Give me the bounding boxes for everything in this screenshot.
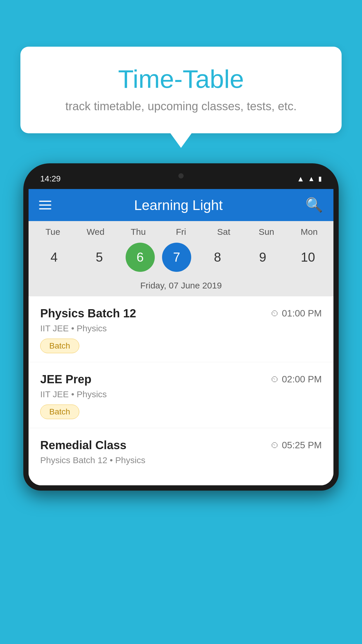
- class-header-1: Physics Batch 12 ⏲ 01:00 PM: [40, 307, 322, 320]
- selected-date: Friday, 07 June 2019: [29, 278, 333, 296]
- app-bar: Learning Light 🔍: [29, 189, 333, 221]
- battery-icon: ▮: [318, 175, 322, 183]
- batch-badge-1: Batch: [40, 339, 79, 353]
- day-label-fri: Fri: [162, 227, 200, 237]
- day-5[interactable]: 5: [80, 243, 118, 272]
- wifi-icon: ▲: [297, 174, 305, 183]
- day-7-selected[interactable]: 7: [162, 243, 191, 272]
- class-item-3[interactable]: Remedial Class ⏲ 05:25 PM Physics Batch …: [29, 428, 333, 485]
- day-numbers: 4 5 6 7 8 9 10: [29, 240, 333, 278]
- notch: [164, 169, 198, 183]
- phone-screen: Learning Light 🔍 Tue Wed Thu Fri Sat Sun…: [29, 189, 333, 485]
- class-item-2[interactable]: JEE Prep ⏲ 02:00 PM IIT JEE • Physics Ba…: [29, 362, 333, 428]
- calendar-strip: Tue Wed Thu Fri Sat Sun Mon 4 5 6 7 8 9 …: [29, 221, 333, 296]
- search-icon[interactable]: 🔍: [305, 197, 323, 213]
- app-title: Learning Light: [134, 197, 223, 213]
- status-time: 14:29: [40, 174, 61, 183]
- day-label-thu: Thu: [119, 227, 157, 237]
- class-meta-2: IIT JEE • Physics: [40, 389, 322, 399]
- bubble-title: Time-Table: [41, 64, 321, 94]
- class-header-3: Remedial Class ⏲ 05:25 PM: [40, 439, 322, 452]
- signal-icon: ▲: [308, 175, 315, 183]
- class-time-1: ⏲ 01:00 PM: [271, 308, 322, 319]
- day-4[interactable]: 4: [35, 243, 73, 272]
- phone-outer: 14:29 ▲ ▲ ▮ Learning Light 🔍: [23, 163, 339, 491]
- day-6-today[interactable]: 6: [126, 243, 155, 272]
- class-time-3: ⏲ 05:25 PM: [271, 440, 322, 451]
- class-meta-1: IIT JEE • Physics: [40, 323, 322, 333]
- class-list: Physics Batch 12 ⏲ 01:00 PM IIT JEE • Ph…: [29, 296, 333, 485]
- class-name-1: Physics Batch 12: [40, 307, 136, 320]
- status-bar: 14:29 ▲ ▲ ▮: [29, 169, 333, 189]
- day-10[interactable]: 10: [289, 243, 327, 272]
- clock-icon-1: ⏲: [271, 309, 279, 318]
- class-time-2: ⏲ 02:00 PM: [271, 374, 322, 385]
- clock-icon-3: ⏲: [271, 440, 279, 450]
- class-header-2: JEE Prep ⏲ 02:00 PM: [40, 373, 322, 386]
- menu-icon[interactable]: [39, 201, 51, 209]
- class-name-3: Remedial Class: [40, 439, 126, 452]
- day-headers: Tue Wed Thu Fri Sat Sun Mon: [29, 227, 333, 240]
- day-8[interactable]: 8: [198, 243, 236, 272]
- day-label-sat: Sat: [205, 227, 243, 237]
- class-name-2: JEE Prep: [40, 373, 92, 386]
- day-label-mon: Mon: [290, 227, 328, 237]
- day-9[interactable]: 9: [244, 243, 282, 272]
- class-meta-3: Physics Batch 12 • Physics: [40, 455, 322, 465]
- day-label-sun: Sun: [247, 227, 285, 237]
- batch-badge-2: Batch: [40, 405, 79, 419]
- camera: [178, 173, 184, 178]
- bubble-subtitle: track timetable, upcoming classes, tests…: [41, 100, 321, 113]
- phone-device: 14:29 ▲ ▲ ▮ Learning Light 🔍: [23, 163, 339, 644]
- status-icons: ▲ ▲ ▮: [297, 174, 322, 183]
- day-label-wed: Wed: [77, 227, 115, 237]
- clock-icon-2: ⏲: [271, 374, 279, 384]
- day-label-tue: Tue: [34, 227, 72, 237]
- class-item-1[interactable]: Physics Batch 12 ⏲ 01:00 PM IIT JEE • Ph…: [29, 296, 333, 362]
- speech-bubble: Time-Table track timetable, upcoming cla…: [20, 47, 342, 133]
